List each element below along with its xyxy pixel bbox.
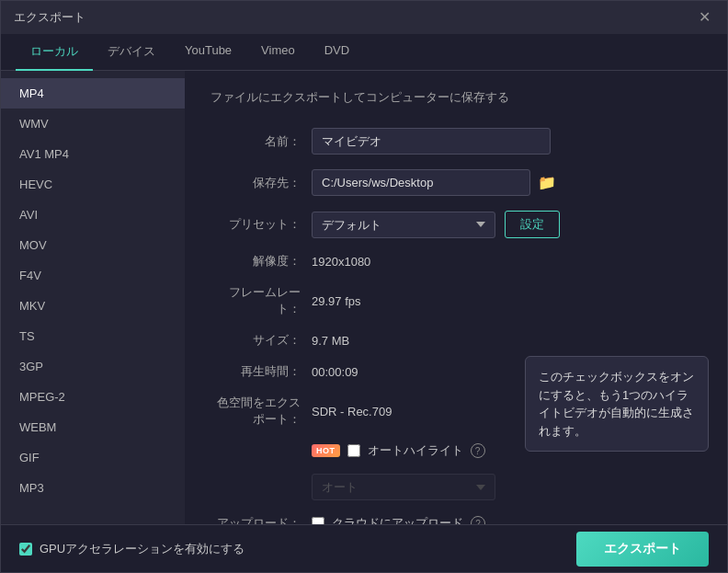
preset-row: プリセット： デフォルト 設定 (210, 211, 701, 238)
save-label: 保存先： (210, 175, 312, 191)
tab-local[interactable]: ローカル (16, 34, 93, 71)
export-button[interactable]: エクスポート (576, 532, 709, 567)
sidebar-item-mkv[interactable]: MKV (1, 291, 185, 321)
gpu-check-row: GPUアクセラレーションを有効にする (19, 541, 245, 557)
framerate-value: 29.97 fps (312, 294, 361, 308)
autohighlight-controls: HOT オートハイライト ? (312, 442, 485, 459)
sidebar-item-mp4[interactable]: MP4 (1, 78, 185, 109)
duration-label: 再生時間： (210, 363, 312, 380)
tab-device[interactable]: デバイス (93, 34, 170, 71)
upload-row: アップロード： クラウドにアップロード ? (210, 515, 701, 524)
save-row: 保存先： 📁 (210, 169, 701, 196)
close-button[interactable]: ✕ (695, 10, 714, 25)
settings-button[interactable]: 設定 (505, 211, 560, 238)
gpu-label[interactable]: GPUアクセラレーションを有効にする (40, 541, 245, 557)
format-sidebar: MP4 WMV AV1 MP4 HEVC AVI MOV F4V MKV TS … (1, 71, 185, 524)
autohighlight-checkbox[interactable] (347, 444, 360, 457)
panel-title: ファイルにエクスポートしてコンピューターに保存する (210, 89, 701, 106)
size-value: 9.7 MB (312, 334, 349, 348)
cloud-upload-checkbox[interactable] (312, 517, 324, 524)
main-panel: ファイルにエクスポートしてコンピューターに保存する 名前： 保存先： 📁 プリセ… (185, 71, 727, 524)
sidebar-item-f4v[interactable]: F4V (1, 260, 185, 291)
name-input[interactable] (312, 128, 551, 155)
bottom-bar: GPUアクセラレーションを有効にする エクスポート (1, 524, 727, 572)
sidebar-item-webm[interactable]: WEBM (1, 412, 185, 442)
sidebar-item-gif[interactable]: GIF (1, 442, 185, 473)
title-bar: エクスポート ✕ (1, 1, 727, 34)
sidebar-item-hevc[interactable]: HEVC (1, 169, 185, 200)
sidebar-item-3gp[interactable]: 3GP (1, 351, 185, 382)
export-window: エクスポート ✕ ローカル デバイス YouTube Vimeo DVD MP4… (0, 0, 728, 573)
size-label: サイズ： (210, 332, 312, 349)
content-area: MP4 WMV AV1 MP4 HEVC AVI MOV F4V MKV TS … (1, 71, 727, 524)
autohighlight-tooltip: このチェックボックスをオンにすると、もう1つのハイライトビデオが自動的に生成され… (525, 356, 709, 452)
tab-dvd[interactable]: DVD (310, 34, 364, 71)
sidebar-item-avi[interactable]: AVI (1, 200, 185, 230)
sidebar-item-mov[interactable]: MOV (1, 230, 185, 260)
colorspace-label: 色空間をエクスポート： (210, 395, 312, 428)
resolution-row: 解像度： 1920x1080 (210, 253, 701, 269)
sidebar-item-wmv[interactable]: WMV (1, 109, 185, 139)
preset-select[interactable]: デフォルト (312, 212, 495, 238)
framerate-row: フレームレート： 29.97 fps (210, 284, 701, 317)
preset-controls: デフォルト 設定 (312, 211, 560, 238)
name-label: 名前： (210, 133, 312, 150)
hot-badge: HOT (312, 444, 340, 457)
preset-label: プリセット： (210, 216, 312, 233)
window-title: エクスポート (14, 9, 85, 26)
folder-icon[interactable]: 📁 (538, 174, 556, 191)
sidebar-item-mpeg2[interactable]: MPEG-2 (1, 382, 185, 412)
sidebar-item-av1mp4[interactable]: AV1 MP4 (1, 139, 185, 169)
duration-value: 00:00:09 (312, 365, 358, 379)
path-input[interactable] (312, 169, 530, 196)
tab-youtube[interactable]: YouTube (170, 34, 246, 71)
framerate-label: フレームレート： (210, 284, 312, 317)
auto-dropdown: オート (312, 474, 495, 500)
gpu-checkbox[interactable] (19, 543, 32, 556)
auto-dropdown-row: オート (210, 474, 701, 500)
upload-controls: クラウドにアップロード ? (312, 515, 485, 524)
colorspace-value: SDR - Rec.709 (312, 405, 392, 418)
autohighlight-info-icon[interactable]: ? (471, 443, 485, 458)
tab-vimeo[interactable]: Vimeo (246, 34, 310, 71)
upload-label: アップロード： (210, 515, 312, 524)
size-row: サイズ： 9.7 MB (210, 332, 701, 349)
name-row: 名前： (210, 128, 701, 155)
tab-bar: ローカル デバイス YouTube Vimeo DVD (1, 34, 727, 71)
resolution-label: 解像度： (210, 253, 312, 269)
cloud-upload-label[interactable]: クラウドにアップロード (332, 515, 463, 524)
upload-info-icon[interactable]: ? (471, 516, 485, 524)
autohighlight-label[interactable]: オートハイライト (368, 442, 463, 459)
sidebar-item-ts[interactable]: TS (1, 321, 185, 351)
path-row: 📁 (312, 169, 556, 196)
resolution-value: 1920x1080 (312, 255, 370, 269)
sidebar-item-mp3[interactable]: MP3 (1, 473, 185, 503)
